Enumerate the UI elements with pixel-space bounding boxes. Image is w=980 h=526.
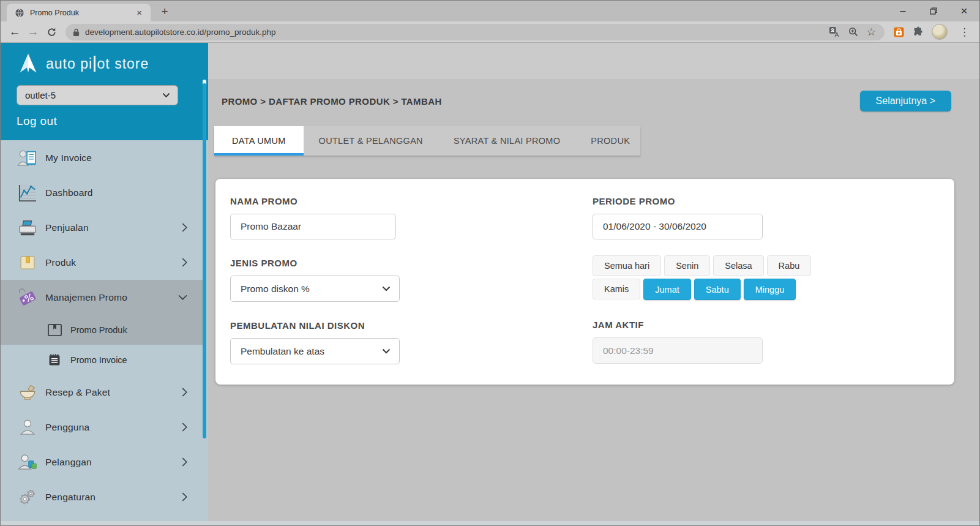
day-button-senin[interactable]: Senin [664,255,710,276]
sidebar-item-promo-produk[interactable]: Promo Produk [1,315,204,345]
tab-produk[interactable]: PRODUK [575,126,645,156]
tab-outlet-pelanggan[interactable]: OUTLET & PELANGGAN [304,126,438,156]
day-button-jumat[interactable]: Jumat [643,279,691,300]
tab-data-umum[interactable]: DATA UMUM [214,126,304,156]
sidebar: auto piot store outlet-5 Log out My Invo… [1,43,208,525]
chevron-right-icon [182,258,187,267]
mortar-pestle-icon [17,383,39,402]
pembulatan-label: PEMBULATAN NILAI DISKON [230,320,593,331]
day-button-kamis[interactable]: Kamis [593,279,640,299]
forward-icon[interactable]: → [24,23,42,41]
jenis-promo-label: JENIS PROMO [230,258,593,268]
chevron-right-icon [182,457,187,467]
logo-text: auto piot store [46,56,149,72]
box-icon [17,254,39,271]
browser-window: Promo Produk × + – × ← → development.aut… [0,0,980,526]
zoom-find-icon[interactable] [848,27,858,37]
paper-plane-logo-icon [17,52,40,75]
globe-favicon-icon [15,8,24,18]
day-button-sabtu[interactable]: Sabtu [694,279,741,300]
window-close-icon[interactable]: × [949,1,979,21]
nama-promo-label: NAMA PROMO [230,196,593,206]
promo-tag-icon [17,288,39,307]
days-row-1: Semua hari Senin Selasa Rabu [593,255,940,276]
sidebar-item-resep-paket[interactable]: Resep & Paket [1,375,204,410]
jenis-promo-select[interactable]: Promo diskon % [230,276,400,302]
bottom-scrollbar-strip [1,521,979,525]
tab-close-icon[interactable]: × [134,7,144,18]
bookmark-star-icon[interactable]: ☆ [867,27,876,37]
form-tabs: DATA UMUM OUTLET & PELANGGAN SYARAT & NI… [214,126,640,156]
new-tab-icon[interactable]: + [157,4,173,20]
gears-icon [17,488,39,506]
notepad-icon [46,353,63,367]
next-button[interactable]: Selanjutnya > [860,91,951,111]
browser-toolbar: ← → development.autopilotstore.co.id/pro… [1,21,979,43]
chevron-down-icon [382,348,391,354]
browser-tab[interactable]: Promo Produk × [7,4,151,21]
outlet-select[interactable]: outlet-5 [17,85,178,105]
chevron-right-icon [182,388,187,397]
customer-bags-icon [17,453,39,471]
url-text: development.autopilotstore.co.id/promo_p… [85,28,829,37]
jam-aktif-input[interactable]: 00:00-23:59 [593,337,763,364]
sidebar-item-produk[interactable]: Produk [1,245,204,280]
breadcrumb: PROMO > DAFTAR PROMO PRODUK > TAMBAH [222,96,442,107]
pembulatan-select[interactable]: Pembulatan ke atas [230,338,400,364]
chevron-right-icon [182,423,187,432]
sidebar-item-dashboard[interactable]: Dashboard [1,175,204,210]
autopilot-extension-icon[interactable] [893,26,905,38]
chart-dashboard-icon [17,184,39,202]
logo-cursor-bar [94,56,95,72]
tab-title: Promo Produk [30,9,134,17]
sidebar-item-penjualan[interactable]: Penjualan [1,210,204,245]
main-content: PROMO > DAFTAR PROMO PRODUK > TAMBAH Sel… [208,43,979,525]
chevron-down-icon [382,286,391,291]
sidebar-item-manajemen-promo[interactable]: Manajemen Promo [1,280,204,315]
pembulatan-value: Pembulatan ke atas [241,346,324,357]
restore-icon[interactable] [918,1,949,21]
translate-icon[interactable] [829,26,840,37]
chevron-right-icon [182,492,187,502]
logout-link[interactable]: Log out [17,115,65,128]
sidebar-header: auto piot store outlet-5 Log out [1,43,208,140]
chevron-down-icon [178,295,187,300]
day-button-selasa[interactable]: Selasa [713,255,763,276]
sidebar-item-promo-invoice[interactable]: Promo Invoice [1,345,204,375]
outlet-select-value: outlet-5 [25,90,56,100]
days-row-2: Kamis Jumat Sabtu Minggu [593,279,940,300]
browser-titlebar: Promo Produk × + – × [1,1,979,21]
jam-aktif-label: JAM AKTIF [593,320,940,330]
nama-promo-input[interactable]: Promo Bazaar [230,214,396,239]
day-button-rabu[interactable]: Rabu [767,255,812,276]
url-bar[interactable]: development.autopilotstore.co.id/promo_p… [65,24,885,40]
sidebar-scrollbar[interactable] [203,83,206,438]
data-umum-card: NAMA PROMO Promo Bazaar JENIS PROMO Prom… [215,179,954,385]
chevron-right-icon [182,223,187,232]
sidebar-menu: My Invoice Dashboard Penjualan [1,140,204,514]
sidebar-item-pelanggan[interactable]: Pelanggan [1,445,204,479]
back-icon[interactable]: ← [6,23,24,41]
lock-icon [73,28,80,37]
tab-syarat-nilai-promo[interactable]: SYARAT & NILAI PROMO [438,126,575,156]
profile-avatar[interactable] [932,24,948,40]
minimize-icon[interactable]: – [888,1,918,21]
person-icon [17,418,39,436]
reload-icon[interactable] [42,23,61,41]
chevron-down-icon [162,92,170,98]
window-controls: – × [888,1,979,21]
periode-promo-label: PERIODE PROMO [593,196,940,206]
menu-kebab-icon[interactable]: ⋮ [956,26,973,39]
box-outline-icon [46,323,63,337]
sidebar-item-my-invoice[interactable]: My Invoice [1,140,204,175]
jenis-promo-value: Promo diskon % [241,284,310,295]
app-logo: auto piot store [17,50,208,77]
periode-promo-input[interactable]: 01/06/2020 - 30/06/2020 [593,214,763,239]
day-button-minggu[interactable]: Minggu [744,279,796,300]
extensions-puzzle-icon[interactable] [913,26,924,37]
day-button-semua-hari[interactable]: Semua hari [593,255,661,276]
sidebar-item-pengaturan[interactable]: Pengaturan [1,479,204,514]
sidebar-item-pengguna[interactable]: Pengguna [1,410,204,445]
main-top-strip [208,43,979,79]
cash-register-icon [17,219,39,237]
